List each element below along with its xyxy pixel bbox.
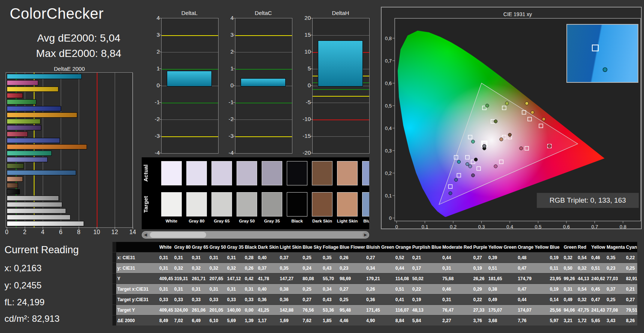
ref-line [313,96,369,97]
scrollbar-thumb[interactable] [150,232,206,238]
measured-point-blue-sky [466,163,469,166]
column-header-white: White [158,242,173,252]
y-tick-mark [233,119,235,119]
table-cell: 80,08 [301,273,322,284]
x-tick-label: 12 [109,229,120,236]
table-cell: 7,02 [173,315,191,326]
measured-point-light-skin [500,138,503,141]
table-cell: 55,70 [322,273,338,284]
table-cell: 0,42 [244,273,257,284]
table-cell: 409,45 [158,273,173,284]
table-cell: 0,31 [563,284,577,294]
scroll-right-icon[interactable]: ▶ [362,232,368,238]
deltae-bar-red [7,93,23,98]
actual-swatch-blue-sky [362,161,369,185]
deltah-bar [318,40,363,87]
table-cell: 3,76 [472,315,487,326]
y-tick-label: -3 [149,133,160,139]
table-cell: 41,78 [257,273,279,284]
table-cell: 0,26 [244,263,257,273]
rgb-triplet-label: RGB Triplet: 0, 133, 163 [550,196,626,204]
table-cell: 261,71 [191,273,208,284]
column-header-gray-80: Gray 80 [173,242,191,252]
table-cell: 0,00 [244,305,257,315]
row-label: x: CIE31 [116,252,158,263]
swatch-row-label-actual: Actual [142,161,150,185]
table-cell: 77,03 [605,273,625,284]
table-cell: 0,39 [487,252,517,263]
y-tick-label: -10 [300,116,311,122]
gridline [133,73,133,227]
ref-line [162,52,218,52]
table-cell: 7,76 [517,315,548,326]
y-tick-label: 20 [300,15,311,21]
table-cell: 7,62 [301,315,322,326]
table-cell: 79,51 [625,305,637,315]
table-row-y: Y409,45319,31261,71207,65147,120,4241,78… [112,273,637,284]
scroll-left-icon[interactable]: ◀ [142,232,148,238]
x-tick-label: 2 [19,229,30,236]
table-cell: 0,32 [577,294,590,305]
axis-label: 0,7 [591,224,598,228]
table-cell: 25,56 [549,305,563,315]
y-tick-mark [233,18,235,18]
ref-line [313,35,369,36]
swatch-label: Blue Sky [360,219,369,223]
table-cell: 75,68 [441,273,472,284]
x-tick-label: 8 [73,229,84,236]
y-tick-mark [310,69,312,69]
y-tick-mark [310,85,312,86]
y-tick-label: 3 [223,32,234,38]
column-header-yellow: Yellow [590,242,605,252]
table-cell: 0,33 [191,294,208,305]
row-label: Target Y [116,305,158,315]
axis-label: 0,3 [385,148,392,154]
table-cell: 0,27 [301,294,322,305]
table-cell: 99,26 [563,273,577,284]
table-cell: 53,36 [322,305,338,315]
table-cell: 0,36 [257,294,279,305]
actual-swatch-black [287,161,307,185]
y-tick-mark [159,136,161,136]
table-cell: 0,43 [322,294,338,305]
deltae-bar-blue-flower [7,157,48,162]
deltae-bar-gray-80 [7,215,70,220]
swatch-scrollbar[interactable]: ◀ ▶ [142,231,369,239]
table-cell: 0,31 [191,252,208,263]
table-cell: 0,25 [301,252,322,263]
y-tick-label: -4 [149,150,160,156]
table-cell: 241,43 [590,305,605,315]
y-tick-mark [233,85,235,86]
avg-de2000: Avg dE2000: 5,04 [19,32,139,44]
table-cell: 0,31 [226,284,244,294]
table-cell: 50,02 [411,273,441,284]
table-cell: 0,31 [173,284,191,294]
inset-measured-dot [603,68,607,72]
table-cell: 140,00 [226,305,244,315]
table-cell: 6,10 [208,315,226,326]
table-cell: 201,05 [208,305,226,315]
table-cell: 0,22 [411,284,441,294]
table-cell: 41,25 [257,305,279,315]
deltal-bar [167,71,212,87]
table-cell: 0,25 [338,294,365,305]
column-header-light-skin: Light Skin [279,242,301,252]
column-header-red: Red [577,242,590,252]
table-cell: 4,90 [365,315,394,326]
y-tick-label: 3 [149,32,160,38]
table-cell: 0,26 [338,252,365,263]
deltac-bar [241,78,286,87]
column-header-blue-flower: Blue Flower [338,242,365,252]
ref-line [235,119,292,120]
y-tick-mark [233,52,235,52]
cie-diagram: CIE 1931 xy00,10,20,30,40,50,60,70,800,1… [382,7,641,228]
table-cell: 175,07 [487,305,517,315]
ref-line [235,52,292,52]
table-cell: 261,06 [191,305,208,315]
table-cell: 0,31 [208,284,226,294]
table-cell: 77,08 [605,305,625,315]
table-cell: 409,45 [158,305,173,315]
axis-label: 0,3 [478,224,485,228]
deltae-bar-yellow [7,87,58,92]
table-cell: 0,33 [208,294,226,305]
